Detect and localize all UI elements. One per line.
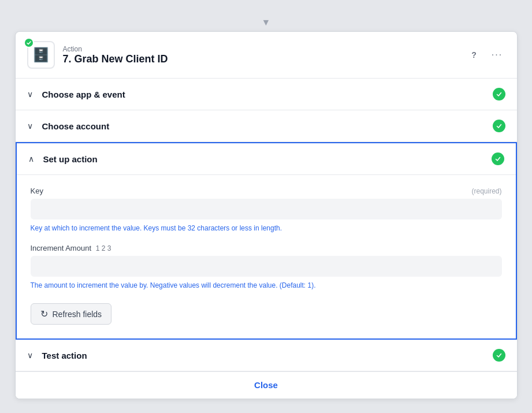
increment-help-text: The amount to increment the value by. Ne… — [31, 280, 502, 291]
key-required-hint: (required) — [471, 187, 501, 195]
test-action-check — [493, 349, 505, 362]
increment-label-sub: 1 2 3 — [96, 244, 111, 252]
choose-app-check — [493, 88, 505, 101]
set-up-action-header[interactable]: ∧ Set up action — [17, 143, 516, 175]
test-action-header[interactable]: ∨ Test action — [16, 340, 517, 371]
set-up-action-section: ∧ Set up action Key (required) clientId — [16, 142, 517, 340]
help-button[interactable]: ? — [466, 47, 482, 63]
key-field-group: Key (required) clientId Key at which to … — [31, 187, 502, 233]
workflow-step-panel: 🗄️ Action 7. Grab New Client ID ? ··· ∨ … — [15, 31, 518, 399]
test-action-chevron: ∨ — [27, 351, 36, 360]
increment-input[interactable]: 1 — [31, 256, 502, 277]
app-icon-wrapper: 🗄️ — [27, 41, 55, 69]
more-options-button[interactable]: ··· — [489, 47, 505, 63]
header-actions: ? ··· — [466, 47, 505, 63]
header-title: 7. Grab New Client ID — [63, 53, 458, 65]
key-label: Key — [31, 187, 43, 195]
refresh-icon: ↻ — [40, 308, 48, 319]
key-input[interactable]: clientId — [31, 199, 502, 219]
choose-account-title: Choose account — [42, 121, 487, 131]
test-action-section: ∨ Test action — [16, 340, 517, 371]
refresh-fields-button[interactable]: ↻ Refresh fields — [31, 303, 112, 325]
increment-label: Increment Amount 1 2 3 — [31, 244, 111, 252]
key-help-text: Key at which to increment the value. Key… — [31, 223, 502, 233]
set-up-action-check — [492, 152, 504, 165]
header-label: Action — [63, 45, 458, 53]
connector-arrow-icon: ▼ — [262, 17, 271, 27]
refresh-fields-label: Refresh fields — [53, 310, 102, 319]
header-text: Action 7. Grab New Client ID — [63, 45, 458, 65]
set-up-action-title: Set up action — [43, 154, 486, 164]
set-up-action-chevron: ∧ — [28, 154, 38, 163]
choose-account-section: ∨ Choose account — [16, 110, 517, 142]
choose-account-chevron: ∨ — [27, 121, 36, 131]
choose-account-check — [493, 120, 505, 132]
choose-app-section: ∨ Choose app & event — [16, 79, 517, 110]
increment-field-group: Increment Amount 1 2 3 1 The amount to i… — [31, 244, 502, 291]
choose-app-chevron: ∨ — [27, 90, 36, 99]
header-check-badge — [24, 38, 34, 48]
choose-app-header[interactable]: ∨ Choose app & event — [16, 79, 517, 110]
step-header: 🗄️ Action 7. Grab New Client ID ? ··· — [16, 32, 517, 79]
set-up-action-content: Key (required) clientId Key at which to … — [17, 175, 516, 338]
choose-app-title: Choose app & event — [42, 90, 487, 99]
close-button[interactable]: Close — [254, 380, 278, 390]
increment-label-row: Increment Amount 1 2 3 — [31, 244, 502, 252]
test-action-title: Test action — [42, 351, 487, 360]
key-label-row: Key (required) — [31, 187, 502, 195]
choose-account-header[interactable]: ∨ Choose account — [16, 110, 517, 142]
panel-footer: Close — [16, 371, 517, 399]
